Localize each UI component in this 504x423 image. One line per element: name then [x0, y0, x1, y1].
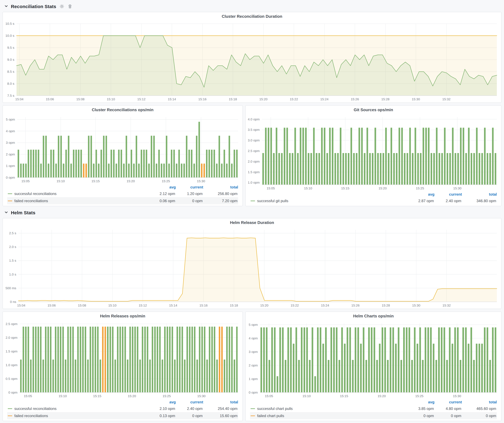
stat-avg: 0.13 opm — [148, 413, 175, 418]
svg-text:15:15: 15:15 — [341, 186, 349, 190]
legend-header-current[interactable]: current — [176, 185, 203, 189]
stat-current: 4.80 opm — [434, 406, 461, 411]
svg-text:7.5 s: 7.5 s — [7, 94, 14, 97]
svg-text:1.0 s: 1.0 s — [9, 273, 16, 276]
helm-release-duration-chart[interactable]: 15:0415:0615:0815:1015:1215:1415:1615:18… — [3, 227, 501, 309]
section-title[interactable]: Reconciliation Stats — [11, 4, 56, 9]
svg-text:15:05: 15:05 — [265, 394, 273, 398]
section-helm-stats[interactable]: Helm Stats — [4, 209, 502, 216]
legend-header: avg current total — [250, 399, 497, 405]
section-title[interactable]: Helm Stats — [11, 210, 35, 215]
series-label-failed[interactable]: failed reconciliations — [14, 199, 148, 203]
svg-text:500 ms: 500 ms — [6, 286, 16, 290]
series-label-successful[interactable]: successful reconciliations — [14, 406, 148, 411]
series-marker-successful — [8, 193, 12, 194]
legend-header-avg[interactable]: avg — [148, 400, 176, 404]
svg-text:1 opm: 1 opm — [6, 164, 15, 168]
svg-text:0 ns: 0 ns — [10, 300, 16, 304]
svg-text:9.5 s: 9.5 s — [7, 46, 14, 49]
panel-cluster-reconciliations-ops: Cluster Reconciliations ops/min 15:0515:… — [2, 105, 243, 206]
svg-text:15:20: 15:20 — [259, 97, 268, 101]
section-reconciliation-stats[interactable]: Reconciliation Stats — [4, 2, 502, 10]
legend-header-avg[interactable]: avg — [148, 185, 176, 189]
legend-header-total[interactable]: total — [462, 192, 497, 197]
svg-text:15:12: 15:12 — [137, 97, 145, 101]
svg-text:15:05: 15:05 — [24, 394, 32, 398]
legend-header-total[interactable]: total — [203, 400, 238, 404]
svg-text:9.0 s: 9.0 s — [7, 58, 14, 61]
panel-title-helm-charts-ops[interactable]: Helm Charts ops/min — [246, 312, 501, 320]
legend-header-avg[interactable]: avg — [407, 192, 434, 197]
series-label-successful[interactable]: successful chart pulls — [257, 406, 407, 411]
chart-canvas: 15:0415:0615:0815:1015:1215:1415:1615:18… — [3, 227, 501, 309]
svg-text:15:26: 15:26 — [351, 97, 359, 101]
panel-title-cluster-reconciliation-duration[interactable]: Cluster Reconciliation Duration — [3, 12, 501, 21]
legend-header-total[interactable]: total — [462, 400, 497, 404]
svg-text:15:20: 15:20 — [378, 394, 386, 398]
series-label-successful[interactable]: successful reconciliations — [14, 191, 148, 196]
svg-text:15:25: 15:25 — [415, 394, 424, 398]
legend-header-total[interactable]: total — [203, 185, 238, 189]
svg-text:0 opm: 0 opm — [249, 391, 258, 394]
svg-text:4.0 opm: 4.0 opm — [248, 118, 260, 121]
svg-text:15:22: 15:22 — [291, 304, 299, 307]
legend-row-failed-chart-pulls: failed chart pulls 0 opm 0 opm 0 opm — [250, 412, 497, 419]
stat-current: 0 opm — [434, 413, 461, 418]
svg-text:15:20: 15:20 — [127, 179, 135, 183]
svg-text:3 opm: 3 opm — [6, 141, 15, 144]
panel-title-helm-release-duration[interactable]: Helm Release Duration — [3, 218, 501, 227]
chevron-down-icon[interactable] — [4, 4, 8, 8]
series-marker-successful — [8, 408, 12, 409]
series-label-failed[interactable]: failed reconciliations — [14, 413, 148, 418]
svg-text:2.5 opm: 2.5 opm — [248, 149, 260, 153]
svg-text:15:25: 15:25 — [416, 186, 424, 190]
git-sources-ops-chart[interactable]: 15:0515:1015:1515:2015:2515:301.0 opm1.5… — [246, 114, 501, 192]
svg-text:1.5 opm: 1.5 opm — [248, 170, 260, 174]
svg-text:15:30: 15:30 — [453, 394, 461, 398]
series-label-failed[interactable]: failed chart pulls — [257, 413, 407, 418]
panel-helm-release-duration: Helm Release Duration 15:0415:0615:0815:… — [2, 218, 502, 309]
svg-text:15:18: 15:18 — [229, 97, 237, 101]
chevron-down-icon[interactable] — [4, 211, 8, 214]
svg-text:15:26: 15:26 — [351, 304, 360, 307]
legend-header: avg current total — [250, 192, 497, 197]
panel-title-helm-releases-ops[interactable]: Helm Releases ops/min — [3, 312, 242, 320]
stat-current: 2.40 opm — [434, 199, 461, 203]
svg-text:0 opm: 0 opm — [8, 391, 18, 394]
svg-text:15:32: 15:32 — [443, 304, 451, 307]
series-marker-failed — [8, 415, 12, 416]
gear-icon[interactable] — [60, 4, 64, 9]
series-label-successful[interactable]: successful git pulls — [257, 199, 407, 203]
legend-header-avg[interactable]: avg — [407, 400, 434, 404]
legend-header-current[interactable]: current — [434, 192, 462, 197]
svg-text:15:32: 15:32 — [442, 97, 450, 101]
svg-text:15:20: 15:20 — [260, 304, 269, 307]
svg-text:15:28: 15:28 — [381, 97, 390, 101]
svg-text:1.0 opm: 1.0 opm — [248, 181, 260, 184]
cluster-reconciliation-duration-chart[interactable]: 15:0415:0615:0815:1015:1215:1415:1615:18… — [3, 21, 501, 102]
stat-total: 7.20 opm — [203, 199, 238, 203]
legend-header: avg current total — [7, 184, 238, 190]
svg-text:15:30: 15:30 — [412, 97, 420, 101]
legend-helm-charts: avg current total successful chart pulls… — [246, 399, 501, 421]
svg-text:15:14: 15:14 — [169, 304, 177, 307]
panel-title-git-sources-ops[interactable]: Git Sources ops/min — [246, 106, 501, 114]
panel-title-cluster-reconciliations-ops[interactable]: Cluster Reconciliations ops/min — [3, 106, 242, 114]
stat-current: 1.20 opm — [175, 191, 203, 196]
svg-text:2.5 s: 2.5 s — [9, 231, 16, 235]
legend-row-successful-git-pulls: successful git pulls 2.87 opm 2.40 opm 3… — [250, 197, 497, 204]
svg-text:15:14: 15:14 — [168, 97, 176, 101]
svg-text:15:06: 15:06 — [46, 97, 54, 101]
svg-text:15:24: 15:24 — [320, 97, 329, 101]
legend-header-current[interactable]: current — [434, 400, 462, 404]
trash-icon[interactable] — [68, 4, 72, 9]
cluster-reconciliations-ops-chart[interactable]: 15:0515:1015:1515:2015:2515:300 opm1 opm… — [3, 114, 242, 184]
legend-helm-releases: avg current total successful reconciliat… — [3, 399, 242, 421]
legend-header: avg current total — [7, 399, 238, 405]
chart-canvas: 15:0515:1015:1515:2015:2515:300 opm0.5 o… — [3, 320, 242, 399]
panel-helm-releases-ops: Helm Releases ops/min 15:0515:1015:1515:… — [2, 311, 243, 421]
legend-header-current[interactable]: current — [176, 400, 203, 404]
helm-releases-ops-chart[interactable]: 15:0515:1015:1515:2015:2515:300 opm0.5 o… — [3, 320, 242, 399]
svg-text:8.0 s: 8.0 s — [7, 82, 14, 85]
helm-charts-ops-chart[interactable]: 15:0515:1015:1515:2015:2515:300 opm1 opm… — [246, 320, 501, 399]
